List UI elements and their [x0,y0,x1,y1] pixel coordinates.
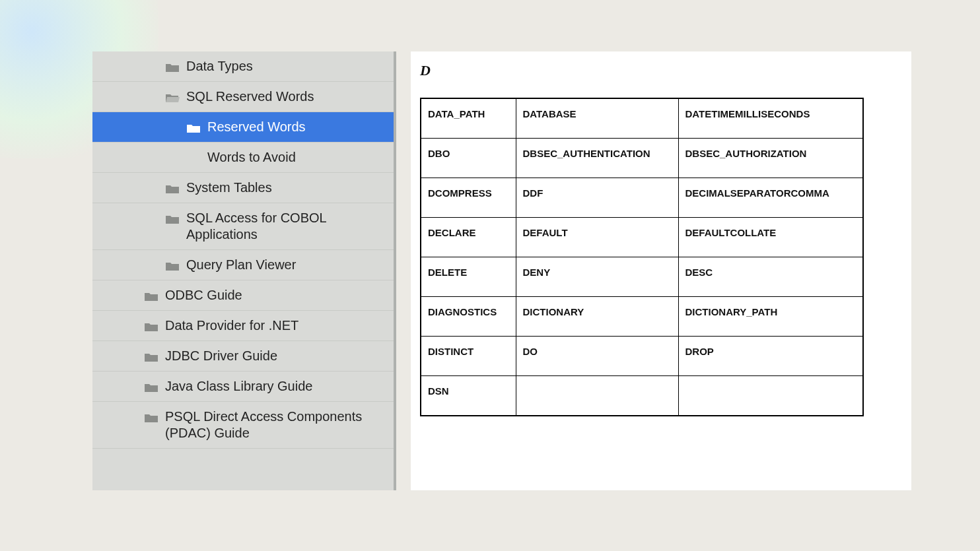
folder-open-icon [165,91,180,102]
folder-closed-icon [165,182,180,193]
table-cell: DBO [421,139,516,178]
nav-item[interactable]: Data Types [92,51,394,82]
folder-closed-icon [144,350,158,361]
nav-item[interactable]: Reserved Words [92,112,394,143]
nav-item[interactable]: ODBC Guide [92,280,394,311]
table-cell: DBSEC_AUTHORIZATION [678,139,863,178]
nav-item-label: Java Class Library Guide [165,378,386,395]
table-cell: DCOMPRESS [421,178,516,218]
no-icon [186,152,201,162]
table-cell [678,376,863,416]
table-cell: DATA_PATH [421,98,516,139]
table-cell: DSN [421,376,516,416]
nav-item-label: Reserved Words [207,119,386,135]
table-cell: DEFAULT [516,218,678,257]
nav-item-label: Data Provider for .NET [165,317,386,334]
nav-item-label: SQL Reserved Words [186,88,386,105]
nav-item[interactable]: Words to Avoid [92,143,394,173]
nav-item-label: ODBC Guide [165,287,386,304]
section-heading: D [420,62,898,79]
reserved-words-table: DATA_PATHDATABASEDATETIMEMILLISECONDSDBO… [420,98,864,416]
table-row: DIAGNOSTICSDICTIONARYDICTIONARY_PATH [421,297,863,337]
table-cell: DELETE [421,257,516,297]
table-row: DATA_PATHDATABASEDATETIMEMILLISECONDS [421,98,863,139]
folder-closed-icon [144,411,158,422]
table-cell: DROP [678,337,863,376]
table-cell: DEFAULTCOLLATE [678,218,863,257]
folder-closed-icon [144,320,158,331]
folder-closed-icon [165,212,180,223]
table-row: DISTINCTDODROP [421,337,863,376]
table-cell [516,376,678,416]
table-cell: DICTIONARY_PATH [678,297,863,337]
table-cell: DATABASE [516,98,678,139]
table-cell: DESC [678,257,863,297]
table-cell: DO [516,337,678,376]
main-container: Data TypesSQL Reserved WordsReserved Wor… [92,51,911,490]
nav-item[interactable]: Java Class Library Guide [92,372,394,402]
table-cell: DBSEC_AUTHENTICATION [516,139,678,178]
nav-item-label: JDBC Driver Guide [165,348,386,364]
nav-item-label: Words to Avoid [207,149,386,166]
folder-icon [186,121,201,132]
nav-item-label: System Tables [186,179,386,196]
table-row: DSN [421,376,863,416]
nav-item[interactable]: JDBC Driver Guide [92,341,394,372]
nav-item-label: Query Plan Viewer [186,257,386,273]
nav-item[interactable]: System Tables [92,173,394,203]
folder-closed-icon [165,61,180,71]
nav-item[interactable]: SQL Access for COBOL Applications [92,203,394,250]
table-row: DELETEDENYDESC [421,257,863,297]
table-cell: DENY [516,257,678,297]
table-cell: DIAGNOSTICS [421,297,516,337]
table-cell: DDF [516,178,678,218]
sidebar: Data TypesSQL Reserved WordsReserved Wor… [92,51,396,490]
table-cell: DICTIONARY [516,297,678,337]
nav-item[interactable]: PSQL Direct Access Components (PDAC) Gui… [92,402,394,449]
folder-closed-icon [165,259,180,270]
nav-item-label: PSQL Direct Access Components (PDAC) Gui… [165,408,386,441]
nav-item-label: Data Types [186,58,386,75]
table-cell: DISTINCT [421,337,516,376]
nav-item[interactable]: Data Provider for .NET [92,311,394,341]
table-cell: DECLARE [421,218,516,257]
nav-item-label: SQL Access for COBOL Applications [186,210,386,243]
table-row: DBODBSEC_AUTHENTICATIONDBSEC_AUTHORIZATI… [421,139,863,178]
folder-closed-icon [144,290,158,300]
table-cell: DATETIMEMILLISECONDS [678,98,863,139]
table-row: DCOMPRESSDDFDECIMALSEPARATORCOMMA [421,178,863,218]
nav-item[interactable]: SQL Reserved Words [92,82,394,112]
nav-item[interactable]: Query Plan Viewer [92,250,394,280]
nav-list: Data TypesSQL Reserved WordsReserved Wor… [92,51,394,449]
table-row: DECLAREDEFAULTDEFAULTCOLLATE [421,218,863,257]
content-panel: D DATA_PATHDATABASEDATETIMEMILLISECONDSD… [411,51,911,490]
table-cell: DECIMALSEPARATORCOMMA [678,178,863,218]
folder-closed-icon [144,381,158,391]
